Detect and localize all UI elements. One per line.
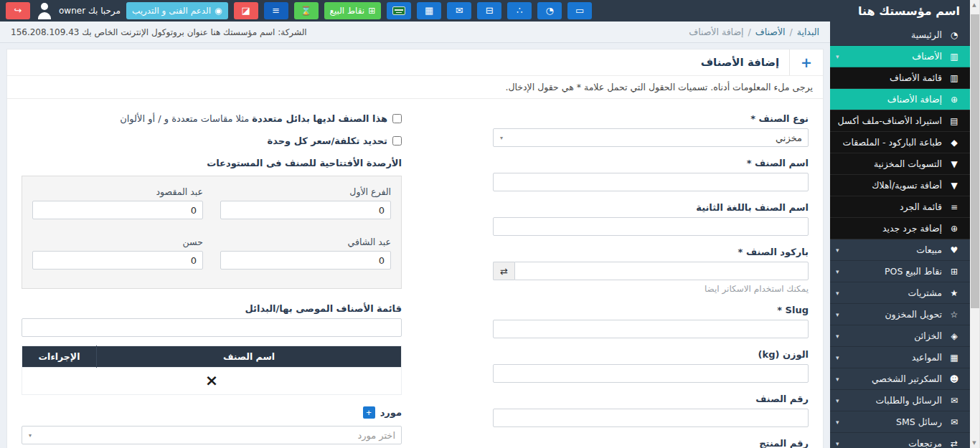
box-icon: ◈ — [947, 331, 961, 341]
warehouse-qty-input[interactable] — [220, 251, 391, 270]
chevron-down-icon: ▾ — [836, 440, 839, 447]
sidebar-subitem-stocktake-list[interactable]: ≡ قائمة الجرد — [830, 196, 970, 218]
plus-icon[interactable]: + — [789, 49, 823, 75]
barcode-help-text: يمكنك استخدام الاسكانر ايضا — [493, 284, 809, 294]
add-supplier-button[interactable]: + — [363, 406, 375, 419]
page-scrollbar[interactable]: ▲ ▼ — [970, 0, 980, 448]
dashboard-icon: ◔ — [947, 30, 961, 40]
item-type-select[interactable]: مخزني ▾ — [493, 128, 809, 147]
weight-input[interactable] — [493, 364, 809, 383]
slug-input[interactable] — [493, 320, 809, 338]
barcode-input[interactable] — [514, 262, 809, 280]
sidebar-subitem-import-items-excel[interactable]: ▤ استيراد الأصناف-ملف أكسل — [830, 110, 970, 132]
calculator-icon: ⊟ — [486, 2, 494, 19]
item-name-input[interactable] — [493, 173, 809, 191]
supplier-select[interactable]: اختر مورد ▾ — [22, 426, 402, 444]
sidebar-item-returns[interactable]: ⇄ مرتجعات ▾ — [830, 433, 970, 448]
share-button[interactable]: ∴ — [507, 2, 532, 19]
company-ip-info: الشركة: اسم مؤسستك هنا عنوان بروتوكول ال… — [11, 27, 307, 37]
generate-barcode-button[interactable]: ⇄ — [493, 262, 514, 280]
item-type-label: نوع الصنف * — [493, 113, 809, 124]
mail-button[interactable]: ✉ — [447, 2, 471, 19]
plus-circle-icon: ⊕ — [947, 95, 961, 105]
dashboard-button[interactable]: ◔ — [537, 2, 562, 19]
sidebar-subitem-add-items[interactable]: ⊕ إضافة الأصناف — [830, 89, 970, 110]
list-icon: ≡ — [272, 2, 280, 19]
breadcrumb-home[interactable]: البداية — [797, 27, 819, 37]
desktop-button[interactable]: ▭ — [567, 2, 592, 19]
unit-cost-checkbox[interactable] — [392, 136, 402, 146]
chevron-down-icon: ▾ — [500, 135, 503, 141]
eraser-button[interactable]: ◪ — [234, 2, 258, 19]
variants-checkbox[interactable] — [392, 114, 402, 123]
calendar-button[interactable]: ▦ — [417, 2, 441, 19]
envelope-icon: ✉ — [947, 417, 961, 427]
item-name2-label: اسم الصنف باللغة الثانية — [493, 202, 809, 213]
warehouse-label: عبد المقصود — [32, 186, 203, 197]
panel-header: + إضافة الأصناف — [7, 49, 823, 76]
item-name2-input[interactable] — [493, 217, 809, 236]
sidebar-subitem-add-new-stocktake[interactable]: ⊕ إضافة جرد جديد — [830, 218, 970, 239]
sidebar-subitem-inventory-adjustments[interactable]: ▼ التسويات المخزنية — [830, 153, 970, 175]
desktop-icon: ▭ — [575, 2, 584, 19]
unit-cost-checkbox-row: تحديد تكلفة/سعر كل وحدة — [22, 135, 402, 146]
sidebar-item-items[interactable]: ▥ الأصناف ▾ — [830, 46, 970, 67]
sidebar-item-safes[interactable]: ◈ الخزائن ▾ — [830, 325, 970, 347]
sidebar-item-stock-transfer[interactable]: ☆ تحويل المخزون ▾ — [830, 304, 970, 325]
hourglass-button[interactable]: ⌛ — [294, 2, 319, 19]
company-name[interactable]: اسم مؤسستك هنا — [830, 0, 970, 24]
chevron-down-icon: ▾ — [836, 333, 839, 340]
sidebar-item-messages-requests[interactable]: ✉ الرسائل والطلبات ▾ — [830, 390, 970, 411]
sidebar-subitem-print-barcode-labels[interactable]: ◆ طباعة الباركود - الملصقات — [830, 132, 970, 153]
sidebar-subitem-items-list[interactable]: ▥ قائمة الأصناف — [830, 67, 970, 89]
warehouse-qty-input[interactable] — [32, 201, 203, 219]
envelope-icon: ✉ — [947, 396, 961, 406]
sidebar-item-sales[interactable]: ♥ مبيعات ▾ — [830, 239, 970, 261]
menu-list-button[interactable]: ≡ — [264, 2, 288, 19]
chevron-down-icon: ▾ — [836, 247, 839, 254]
chevron-down-icon: ▾ — [836, 290, 839, 297]
sidebar-subitem-add-adjustment-depreciation[interactable]: ▼ أضافة تسوية/أهلاك — [830, 175, 970, 196]
sidebar-item-sms[interactable]: ✉ رسائل SMS ▾ — [830, 411, 970, 433]
warehouse-label: حسن — [32, 237, 203, 247]
scroll-up-arrow[interactable]: ▲ — [969, 0, 979, 10]
item-number-input[interactable] — [493, 409, 809, 427]
supplier-label: مورد — [380, 407, 402, 418]
weight-label: الوزن (kg) — [493, 349, 809, 360]
item-name-label: اسم الصنف * — [493, 158, 809, 168]
breadcrumb: البداية / الأصناف / إضافة الأصناف — [689, 27, 819, 37]
sidebar-item-purchases[interactable]: ★ مشتريات ▾ — [830, 282, 970, 304]
sidebar-item-home[interactable]: ◔ الرئيسية — [830, 24, 970, 46]
language-flag-button[interactable] — [387, 2, 411, 19]
recommended-items-input[interactable] — [22, 318, 402, 337]
opening-balance-heading: الأرصدة الأفتتاحية للصنف فى المستودعات — [22, 158, 402, 168]
sidebar-item-pos[interactable]: ⊞ نقاط البيع POS ▾ — [830, 261, 970, 282]
file-icon: ▤ — [947, 116, 961, 126]
close-icon[interactable]: × — [205, 371, 218, 389]
table-row: × — [22, 368, 402, 395]
user-avatar[interactable] — [36, 2, 53, 19]
chevron-down-icon: ▾ — [836, 268, 839, 275]
support-training-button[interactable]: ◉ الدعم الفنى و التدريب — [126, 2, 228, 19]
warehouse-qty-input[interactable] — [32, 251, 203, 270]
column-header-actions: الإجراءات — [22, 346, 97, 368]
envelope-icon: ✉ — [456, 2, 463, 19]
warehouse-qty-input[interactable] — [220, 201, 391, 219]
logout-button[interactable]: ↪ — [6, 2, 30, 19]
star-icon: ★ — [947, 288, 961, 298]
chevron-down-icon: ▾ — [836, 53, 839, 60]
page-title: إضافة الأصناف — [691, 49, 789, 75]
calculator-button[interactable]: ⊟ — [477, 2, 501, 19]
main-column: ↪ مرحبا بك owner ◉ الدعم الفنى و التدريب… — [0, 0, 830, 448]
welcome-text: مرحبا بك owner — [59, 6, 121, 16]
pos-button[interactable]: ⊞ نقاط البيع — [324, 2, 382, 19]
scrollbar-thumb[interactable] — [971, 14, 979, 308]
saudi-flag-icon — [392, 6, 405, 15]
warehouse-label: عبد الشافي — [220, 237, 391, 247]
top-navbar: ↪ مرحبا بك owner ◉ الدعم الفنى و التدريب… — [0, 0, 830, 22]
sidebar-item-personal-secretary[interactable]: ☻ السكرتير الشخصي ▾ — [830, 368, 970, 390]
breadcrumb-items[interactable]: الأصناف — [755, 27, 786, 37]
star-outline-icon: ☆ — [947, 310, 961, 320]
sidebar-item-appointments[interactable]: ▦ المواعيد ▾ — [830, 347, 970, 368]
scroll-down-arrow[interactable]: ▼ — [969, 438, 979, 448]
